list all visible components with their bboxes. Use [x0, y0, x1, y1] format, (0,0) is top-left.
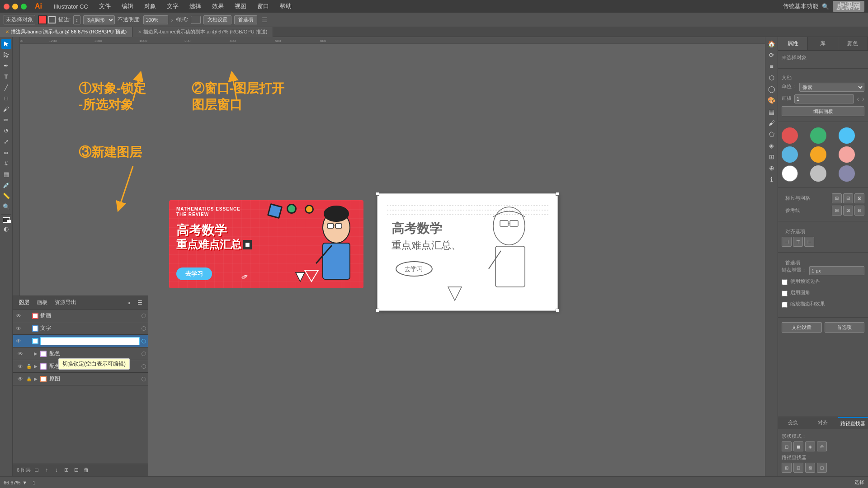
menu-item-illustrator[interactable]: Illustrator CC	[49, 2, 93, 11]
banner-go-btn[interactable]: 去学习	[176, 267, 212, 280]
pencil-tool[interactable]: ✏	[1, 115, 11, 125]
swatch-pink[interactable]	[839, 146, 855, 163]
pf-divide-icon[interactable]: ⊞	[782, 463, 792, 473]
layers-menu-btn[interactable]: ☰	[135, 298, 144, 307]
layers-sub-btn[interactable]: ⊟	[72, 466, 80, 474]
tab-close-1[interactable]: ✕	[5, 29, 9, 34]
tab-transform[interactable]: 变换	[778, 417, 808, 429]
line-tool[interactable]: ╱	[1, 82, 11, 92]
qa-pref-button[interactable]: 首选项	[825, 322, 865, 333]
layer-expand-palette1[interactable]: ▶	[34, 351, 38, 356]
tab-library[interactable]: 库	[808, 37, 838, 50]
menu-view[interactable]: 视图	[230, 1, 251, 11]
ri-graphic-icon[interactable]: ⊞	[767, 152, 777, 162]
blend-tool[interactable]: ∞	[1, 147, 11, 157]
stroke-arrows[interactable]: ↕	[73, 15, 80, 24]
opacity-input[interactable]	[143, 15, 168, 24]
swatch-sky-blue[interactable]	[782, 146, 798, 163]
pf-merge-icon[interactable]: ⊠	[805, 463, 815, 473]
ri-info-icon[interactable]: ℹ	[767, 174, 777, 184]
close-button[interactable]	[4, 4, 9, 9]
tab-properties[interactable]: 属性	[778, 37, 808, 50]
swatch-orange[interactable]	[810, 146, 826, 163]
measure-tool[interactable]: 📏	[1, 191, 11, 201]
rect-tool[interactable]: □	[1, 93, 11, 103]
board-prev[interactable]: ‹	[857, 95, 859, 103]
layer-eye-text[interactable]: 👁	[15, 325, 22, 332]
layer-row-active[interactable]: 👁	[13, 335, 148, 347]
layer-lock-text[interactable]	[24, 325, 30, 332]
layer-eye-original[interactable]: 👁	[17, 375, 24, 383]
ri-brush-icon[interactable]: 🖌	[767, 118, 777, 128]
layer-lock-illustrations[interactable]	[24, 313, 30, 319]
align-right-icon[interactable]: ⊢	[804, 237, 814, 247]
preferences-button[interactable]: 首选项	[234, 15, 257, 24]
zoom-tool[interactable]: 🔍	[1, 202, 11, 211]
ri-align-icon[interactable]: ≡	[767, 61, 777, 71]
ri-pathfinder-icon[interactable]: ⬡	[767, 73, 777, 83]
paintbrush-tool[interactable]: 🖌	[1, 104, 11, 114]
pf-crop-icon[interactable]: ⊡	[817, 463, 827, 473]
qa-doc-settings-button[interactable]: 文档设置	[782, 322, 822, 333]
layers-move-up-btn[interactable]: ↑	[42, 466, 51, 474]
ri-properties-icon[interactable]: 🏠	[767, 39, 777, 49]
align-left-icon[interactable]: ⊣	[782, 237, 792, 247]
swatch-light-gray[interactable]	[810, 165, 826, 182]
layers-add-btn[interactable]: ⊞	[62, 466, 71, 474]
doc-settings-button[interactable]: 文档设置	[203, 15, 231, 24]
raster-checkbox[interactable]	[782, 302, 788, 308]
menu-select[interactable]: 选择	[185, 1, 206, 11]
shape-exclude-icon[interactable]: ⊕	[817, 441, 827, 451]
ri-swatches-icon[interactable]: ▦	[767, 107, 777, 117]
snap-border-checkbox[interactable]	[782, 279, 788, 285]
fill-icon[interactable]	[3, 217, 10, 223]
opacity-arrow[interactable]: ›	[171, 16, 173, 23]
swatch-white[interactable]	[782, 165, 798, 182]
style-swatch[interactable]	[191, 16, 201, 24]
scale-tool[interactable]: ⤢	[1, 136, 11, 146]
layers-move-down-btn[interactable]: ↓	[52, 466, 61, 474]
layer-eye-illustrations[interactable]: 👁	[15, 312, 22, 319]
rotate-tool[interactable]: ↺	[1, 126, 11, 136]
pen-tool[interactable]: ✒	[1, 61, 11, 70]
layers-collapse-btn[interactable]: «	[124, 298, 133, 307]
swatch-cyan[interactable]	[839, 127, 855, 144]
round-corner-checkbox[interactable]	[782, 291, 788, 296]
keyboard-nudge-input[interactable]	[809, 266, 864, 275]
screen-mode-icon[interactable]: ◐	[1, 224, 11, 234]
ri-stroke-icon[interactable]: ◯	[767, 84, 777, 94]
ri-appearance-icon[interactable]: ◈	[767, 141, 777, 150]
layers-delete-btn[interactable]: 🗑	[82, 466, 90, 474]
gradient-tool[interactable]: ▦	[1, 169, 11, 179]
ref-icon-2[interactable]: ⊠	[843, 206, 853, 216]
eyedropper-tool[interactable]: 💉	[1, 180, 11, 190]
layer-eye-active[interactable]: 👁	[15, 338, 22, 345]
edit-board-button[interactable]: 编辑画板	[782, 106, 864, 116]
direct-selection-tool[interactable]	[1, 50, 11, 60]
grid-icon-1[interactable]: ⊞	[832, 193, 842, 203]
tab-align[interactable]: 对齐	[808, 417, 838, 429]
align-center-h-icon[interactable]: ⊤	[793, 237, 803, 247]
zoom-level[interactable]: 66.67% ▼	[4, 480, 27, 485]
ref-icon-1[interactable]: ⊞	[832, 206, 842, 216]
swatch-purple-gray[interactable]	[839, 165, 855, 182]
pf-trim-icon[interactable]: ⊟	[793, 463, 803, 473]
tab-2[interactable]: ✕ 描边风-banner演示稿的副本.ai @ 67% (RGB/GPU 推送)	[132, 27, 273, 37]
layer-expand-palette2[interactable]: ▶	[34, 364, 38, 369]
maximize-button[interactable]	[21, 4, 27, 9]
fill-color-box[interactable]	[38, 15, 47, 24]
ri-transform-icon[interactable]: ⟳	[767, 50, 777, 60]
minimize-button[interactable]	[12, 4, 18, 9]
grid-icon-3[interactable]: ⊠	[854, 193, 864, 203]
stroke-color-box[interactable]	[48, 16, 56, 23]
tab-1[interactable]: ✕ 描边风-banner演示稿.ai @ 66.67% (RGB/GPU 预览)	[0, 27, 132, 37]
tab-pathfinder[interactable]: 路径查找器	[838, 417, 868, 429]
ref-icon-3[interactable]: ⊟	[854, 206, 864, 216]
tab-close-2[interactable]: ✕	[138, 29, 142, 34]
board-next[interactable]: ›	[862, 95, 864, 103]
layers-tab-export[interactable]: 资源导出	[53, 298, 78, 307]
more-options-icon[interactable]: ☰	[262, 16, 268, 23]
swatch-green[interactable]	[810, 127, 826, 144]
layers-new-layer-btn[interactable]: □	[33, 466, 41, 474]
layer-name-input-active[interactable]	[40, 337, 140, 345]
